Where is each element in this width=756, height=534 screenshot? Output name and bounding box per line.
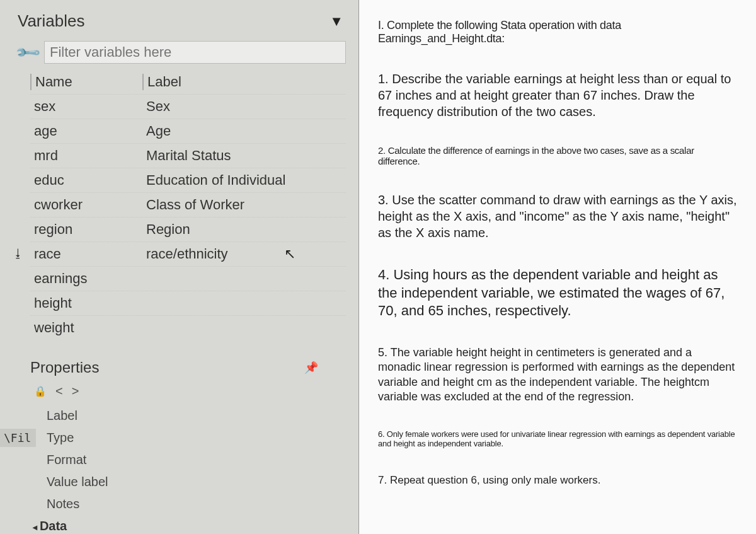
property-item[interactable]: Notes <box>47 493 346 515</box>
variable-name: educ <box>30 172 142 189</box>
variable-row[interactable]: earnings <box>30 266 346 291</box>
properties-header: Properties 📌 <box>30 352 346 380</box>
instructions-panel: I. Complete the following Stata operatio… <box>359 0 756 534</box>
variable-label <box>142 270 346 287</box>
variable-row[interactable]: mrd Marital Status <box>30 143 346 168</box>
question-3: 3. Use the scatter command to draw with … <box>378 192 737 241</box>
variable-label <box>142 320 346 336</box>
column-headers: Name Label <box>0 67 358 94</box>
variable-name: height <box>30 295 142 311</box>
variable-name: cworker <box>30 197 142 213</box>
variable-row[interactable]: height <box>30 291 346 315</box>
column-header-name[interactable]: Name <box>30 74 142 90</box>
nav-prev-icon[interactable]: < <box>55 384 63 398</box>
variable-name: earnings <box>30 270 142 287</box>
nav-next-icon[interactable]: > <box>72 384 79 398</box>
download-icon[interactable]: ⭳ <box>13 247 24 260</box>
panel-title: Variables <box>18 11 84 31</box>
variable-name: region <box>30 221 142 238</box>
pin-icon[interactable]: 📌 <box>304 361 318 374</box>
wrench-icon[interactable]: 🔧 <box>14 38 42 67</box>
side-tab-fil[interactable]: \Fil <box>0 429 36 447</box>
question-7: 7. Repeat question 6, using only male wo… <box>378 473 737 487</box>
properties-nav: 🔒 < > <box>30 380 346 402</box>
variable-name: age <box>30 123 142 139</box>
variable-label <box>142 295 346 311</box>
variable-row[interactable]: sex Sex <box>30 94 346 119</box>
variable-label: Marital Status <box>142 148 346 164</box>
variable-label: Education of Individual <box>142 172 346 189</box>
variable-name: sex <box>30 98 142 115</box>
variable-row[interactable]: educ Education of Individual <box>30 168 346 192</box>
cursor-icon: ↖ <box>284 246 295 262</box>
filter-icon[interactable]: ▼ <box>329 13 343 30</box>
variable-name: race <box>30 246 142 262</box>
variable-label: Region <box>142 221 346 238</box>
property-item[interactable]: Format <box>47 449 346 471</box>
question-4: 4. Using hours as the dependent variable… <box>378 266 737 320</box>
filter-input[interactable] <box>44 41 346 64</box>
variable-list: sex Sex age Age mrd Marital Status educ … <box>0 94 358 340</box>
variable-name: mrd <box>30 148 142 164</box>
property-item[interactable]: Type <box>47 427 346 449</box>
property-item[interactable]: Label <box>47 405 346 427</box>
question-2: 2. Calculate the difference of earnings … <box>378 145 737 166</box>
question-6: 6. Only female workers were used for uni… <box>378 429 737 448</box>
filter-row: 🔧 <box>0 37 358 67</box>
properties-title: Properties <box>30 359 99 376</box>
variable-label: Sex <box>142 98 346 115</box>
question-5: 5. The variable height height in centime… <box>378 345 737 405</box>
variable-row[interactable]: weight <box>30 315 346 340</box>
properties-list: Label Type Format Value label Notes <box>30 402 346 515</box>
variable-label: Age <box>142 123 346 139</box>
variable-row[interactable]: cworker Class of Worker <box>30 192 346 217</box>
variable-label: race/ethnicity <box>142 246 346 262</box>
lock-icon[interactable]: 🔒 <box>34 385 47 397</box>
instructions-heading: I. Complete the following Stata operatio… <box>378 19 737 45</box>
variables-panel: \Fil Variables ▼ 🔧 Name Label sex Sex ag… <box>0 0 359 534</box>
variable-row[interactable]: ⭳ race race/ethnicity ↖ <box>30 241 346 266</box>
question-1: 1. Describe the variable earnings at hei… <box>378 71 737 120</box>
data-section-toggle[interactable]: Data <box>30 515 346 533</box>
variable-row[interactable]: region Region <box>30 217 346 241</box>
column-header-label[interactable]: Label <box>142 74 346 90</box>
variable-name: weight <box>30 320 142 336</box>
variable-row[interactable]: age Age <box>30 119 346 143</box>
variable-label: Class of Worker <box>142 197 346 213</box>
panel-header: Variables ▼ <box>0 0 358 37</box>
properties-section: Properties 📌 🔒 < > Label Type Format Val… <box>0 352 358 533</box>
property-item[interactable]: Value label <box>47 471 346 493</box>
